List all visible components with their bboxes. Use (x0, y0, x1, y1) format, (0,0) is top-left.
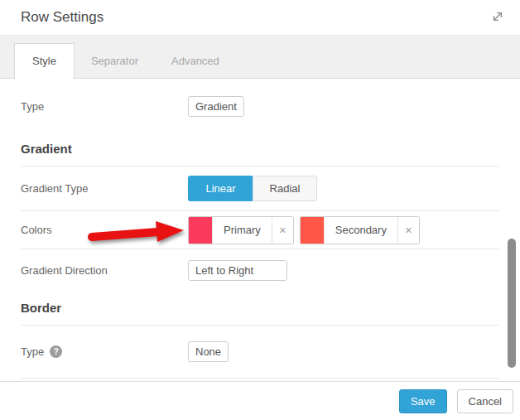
colors-label: Colors (21, 224, 188, 236)
secondary-color-chip[interactable]: Secondary × (300, 216, 420, 244)
gradient-color-chips: Primary × Secondary × (188, 216, 426, 244)
secondary-chip-remove-icon[interactable]: × (397, 217, 419, 244)
border-type-select[interactable]: None (188, 341, 229, 362)
style-tab-content: Type Gradient Gradient Gradient Type Lin… (0, 79, 520, 379)
tab-advanced[interactable]: Advanced (155, 44, 236, 78)
type-label: Type (21, 100, 188, 113)
gradient-section-heading: Gradient (21, 132, 499, 167)
border-type-label-text: Type (21, 345, 44, 358)
secondary-chip-label: Secondary (324, 217, 397, 244)
type-select[interactable]: Gradient (188, 96, 244, 117)
dialog-header: Row Settings (0, 0, 520, 35)
primary-chip-label: Primary (212, 217, 272, 244)
gradient-direction-row: Gradient Direction Left to Right (21, 249, 499, 291)
save-button[interactable]: Save (399, 389, 447, 413)
gradient-type-segmented: Linear Radial (188, 176, 317, 201)
expand-icon (491, 10, 504, 26)
scrollbar-thumb[interactable] (508, 239, 516, 368)
border-section-heading: Border (21, 291, 499, 326)
border-type-label: Type ? (21, 345, 188, 358)
primary-chip-remove-icon[interactable]: × (272, 217, 293, 244)
secondary-color-swatch[interactable] (301, 217, 324, 244)
dialog-title: Row Settings (21, 9, 104, 26)
primary-color-swatch[interactable] (189, 217, 212, 244)
border-type-row: Type ? None (21, 326, 499, 379)
primary-color-chip[interactable]: Primary × (188, 216, 294, 244)
type-row: Type Gradient (21, 87, 499, 125)
gradient-direction-select[interactable]: Left to Right (188, 260, 287, 281)
gradient-type-row: Gradient Type Linear Radial (21, 167, 499, 211)
expand-button[interactable] (490, 10, 505, 25)
linear-button[interactable]: Linear (188, 176, 253, 201)
tab-bar: Style Separator Advanced (0, 35, 520, 79)
gradient-direction-label: Gradient Direction (21, 264, 188, 277)
gradient-type-label: Gradient Type (21, 182, 188, 195)
tab-separator[interactable]: Separator (75, 44, 155, 78)
tab-style[interactable]: Style (14, 43, 75, 79)
dialog-footer: Save Cancel (0, 381, 520, 420)
colors-row: Colors Primary × Secondary × (21, 211, 499, 249)
help-icon[interactable]: ? (50, 345, 62, 358)
cancel-button[interactable]: Cancel (457, 389, 513, 413)
row-settings-dialog: Row Settings Style Separator Advanced Ty… (0, 0, 520, 420)
radial-button[interactable]: Radial (253, 176, 317, 201)
